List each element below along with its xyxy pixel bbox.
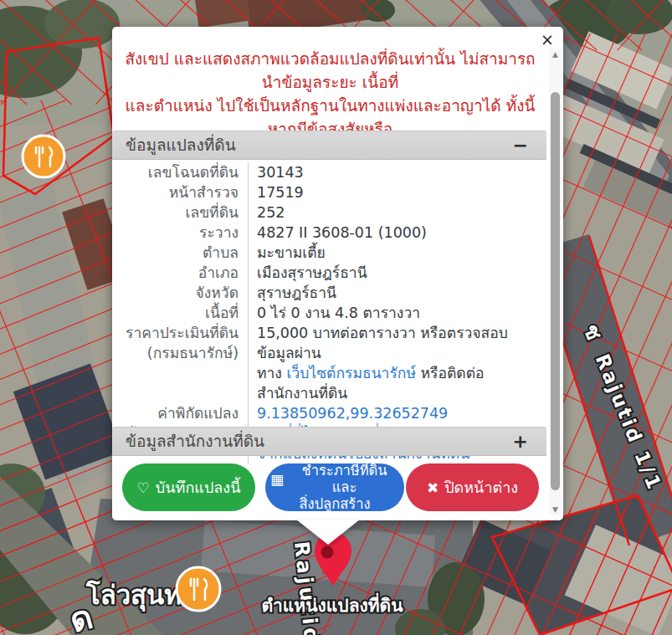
table-row: เนื้อที่ 0 ไร่ 0 งาน 4.8 ตารางวา (112, 303, 543, 323)
section-title: ข้อมูลแปลงที่ดิน (126, 131, 236, 159)
popup-scrollbar[interactable]: ▲ ▼ (549, 49, 562, 515)
table-row: เลขโฉนดที่ดิน 30143 (112, 162, 543, 182)
parcel-info-popup: × เป็นการแสดงตำแหน่งแปลงที่ดินโดย สังเขป… (112, 27, 563, 520)
disclaimer-text: เป็นการแสดงตำแหน่งแปลงที่ดินโดย สังเขป แ… (122, 42, 538, 131)
marker-label: ตำแหน่งแปลงที่ดิน (261, 592, 403, 616)
scrollbar-thumb[interactable] (551, 92, 560, 490)
table-row: ตำบล มะขามเตี้ย (112, 243, 543, 263)
coordinates-link[interactable]: 9.13850962,99.32652749 (257, 405, 448, 422)
table-row: เลขที่ดิน 252 (112, 202, 543, 223)
close-window-button[interactable]: ✖ปิดหน้าต่าง (406, 463, 539, 511)
restaurant-icon[interactable] (23, 136, 64, 177)
scroll-up-icon[interactable]: ▲ (549, 49, 562, 60)
pay-tax-button[interactable]: ▦ชำระภาษีที่ดินและ สิ่งปลูกสร้าง (265, 463, 404, 511)
landsmaps-screen: Rajutid 1/1 ช Rajutid 1/1 ด โล่วสุนทร (0, 0, 672, 635)
section-header-office-info[interactable]: ข้อมูลสำนักงานที่ดิน + (112, 427, 546, 456)
table-row: อำเภอ เมืองสุราษฎร์ธานี (112, 263, 543, 283)
restaurant-icon[interactable] (177, 567, 220, 611)
popup-actions: ♡บันทึกแปลงนี้ ▦ชำระภาษีที่ดินและ สิ่งปล… (112, 463, 543, 515)
treasury-website-link[interactable]: เว็บไซต์กรมธนารักษ์ (286, 365, 416, 382)
expand-icon[interactable]: + (508, 433, 533, 451)
table-row: ระวาง 4827 II 3608-01 (1000) (112, 223, 543, 243)
table-row: หน้าสำรวจ 17519 (112, 182, 543, 202)
heart-icon: ♡ (137, 479, 150, 496)
scroll-down-icon[interactable]: ▼ (549, 504, 562, 515)
table-row-coordinates: ค่าพิกัดแปลง 9.13850962,99.32652749 (112, 403, 543, 423)
qr-code-icon: ▦ (270, 471, 284, 488)
table-row-appraisal: ราคาประเมินที่ดิน (กรมธนารักษ์) 15,000 บ… (112, 323, 543, 403)
section-header-parcel-info[interactable]: ข้อมูลแปลงที่ดิน − (112, 131, 546, 160)
save-parcel-button[interactable]: ♡บันทึกแปลงนี้ (122, 463, 255, 511)
parcel-detail-table: เลขโฉนดที่ดิน 30143 หน้าสำรวจ 17519 เลขท… (112, 162, 543, 463)
popup-tail (296, 520, 360, 545)
disclaimer-line: และตำแหน่ง ไปใช้เป็นหลักฐานในทางแพ่งและอ… (122, 94, 538, 131)
collapse-icon[interactable]: − (508, 136, 533, 155)
x-icon: ✖ (427, 479, 439, 496)
section-title: ข้อมูลสำนักงานที่ดิน (126, 428, 264, 455)
disclaimer-line: สังเขป และแสดงสภาพแวดล้อมแปลงที่ดินเท่าน… (122, 47, 538, 94)
table-row: จังหวัด สุราษฎร์ธานี (112, 283, 543, 303)
close-icon[interactable]: × (537, 28, 557, 50)
